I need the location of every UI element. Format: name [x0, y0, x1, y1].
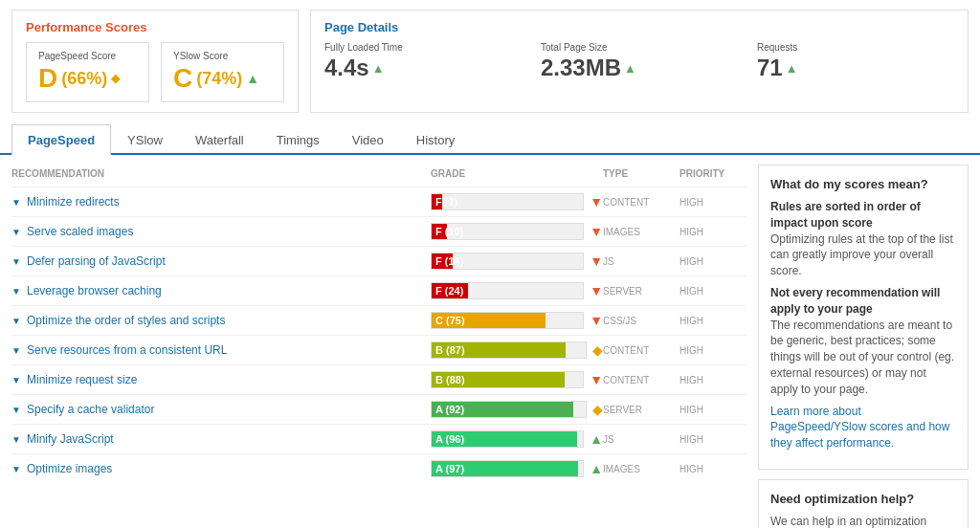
page-size-label: Total Page Size — [541, 42, 738, 53]
grade-bar-outer-0: F (7) — [431, 193, 584, 210]
grade-label-4: C (75) — [435, 315, 465, 326]
grade-label-8: A (96) — [435, 433, 464, 445]
sidebar-scores-p1: Rules are sorted in order of impact upon… — [770, 199, 956, 279]
grade-bar-inner-8: A (96) — [432, 431, 577, 447]
table-row: ▼ Serve resources from a consistent URL … — [11, 335, 746, 364]
rec-type-4: CSS/JS — [603, 316, 679, 326]
table-row: ▼ Defer parsing of JavaScript F (14) ▼ J… — [11, 246, 746, 275]
rec-name-3[interactable]: Leverage browser caching — [27, 284, 431, 297]
rec-toggle-1[interactable]: ▼ — [11, 227, 23, 237]
grade-bar-outer-1: F (10) — [431, 223, 584, 240]
grade-bar-outer-2: F (14) — [431, 253, 584, 270]
pagespeed-pct: (66%) — [61, 69, 107, 89]
grade-bar-wrap-0: F (7) ▼ — [431, 193, 603, 210]
rec-priority-8: HIGH — [679, 434, 746, 445]
grade-label-3: F (24) — [435, 285, 463, 297]
tab-video[interactable]: Video — [336, 124, 400, 155]
rec-priority-0: HIGH — [679, 197, 746, 208]
rec-name-7[interactable]: Specify a cache validator — [27, 403, 431, 416]
grade-bar-wrap-6: B (88) ▼ — [431, 371, 603, 388]
performance-scores-card: Performance Scores PageSpeed Score D (66… — [11, 10, 299, 113]
rec-name-1[interactable]: Serve scaled images — [27, 225, 431, 238]
table-row: ▼ Minify JavaScript A (96) ▲ JS HIGH — [11, 424, 746, 453]
rec-toggle-0[interactable]: ▼ — [11, 197, 23, 208]
grade-label-0: F (7) — [435, 196, 457, 208]
grade-bar-outer-8: A (96) — [431, 430, 584, 448]
loaded-time-trend: ▲ — [372, 61, 385, 76]
rec-toggle-6[interactable]: ▼ — [11, 375, 23, 385]
grade-arrow-4: ▼ — [590, 313, 603, 328]
sidebar-scores-link[interactable]: Learn more about PageSpeed/YSlow scores … — [770, 405, 949, 451]
grade-label-1: F (10) — [435, 226, 463, 237]
pagespeed-score-box: PageSpeed Score D (66%) ◆ — [26, 42, 149, 102]
rec-priority-6: HIGH — [679, 375, 746, 385]
tab-yslow[interactable]: YSlow — [111, 124, 179, 155]
grade-arrow-3: ▼ — [590, 283, 603, 298]
grade-bar-outer-6: B (88) — [431, 371, 584, 388]
tab-timings[interactable]: Timings — [260, 124, 336, 155]
rec-toggle-2[interactable]: ▼ — [11, 256, 23, 267]
rec-name-0[interactable]: Minimize redirects — [27, 195, 431, 209]
grade-arrow-5: ◆ — [592, 342, 603, 358]
rec-name-4[interactable]: Optimize the order of styles and scripts — [27, 314, 431, 327]
rec-type-1: IMAGES — [603, 227, 679, 237]
grade-bar-inner-4: C (75) — [432, 313, 546, 328]
grade-label-2: F (14) — [435, 255, 463, 267]
rec-type-7: SERVER — [603, 405, 679, 415]
loaded-time-value: 4.4s ▲ — [324, 55, 522, 81]
requests-box: Requests 71 ▲ — [757, 42, 954, 81]
rec-toggle-3[interactable]: ▼ — [11, 286, 23, 297]
loaded-time-box: Fully Loaded Time 4.4s ▲ — [324, 42, 522, 81]
rec-toggle-5[interactable]: ▼ — [11, 345, 23, 356]
sidebar-optimization-text: We can help in an optimization solution … — [770, 514, 956, 528]
rec-toggle-7[interactable]: ▼ — [11, 405, 23, 415]
recommendations-panel: RECOMMENDATION GRADE TYPE PRIORITY ▼ Min… — [11, 165, 746, 528]
rec-priority-5: HIGH — [679, 345, 746, 356]
rec-type-6: CONTENT — [603, 375, 679, 385]
rec-priority-1: HIGH — [679, 227, 746, 237]
rec-name-5[interactable]: Serve resources from a consistent URL — [27, 343, 431, 357]
grade-arrow-1: ▼ — [590, 224, 603, 239]
rec-name-8[interactable]: Minify JavaScript — [27, 432, 431, 446]
tabs-bar: PageSpeed YSlow Waterfall Timings Video … — [0, 122, 980, 155]
requests-value: 71 ▲ — [757, 55, 954, 81]
grade-bar-wrap-4: C (75) ▼ — [431, 312, 603, 329]
rec-priority-4: HIGH — [679, 316, 746, 326]
rec-name-6[interactable]: Minimize request size — [27, 373, 431, 386]
grade-bar-inner-0: F (7) — [432, 194, 442, 209]
table-row: ▼ Minimize redirects F (7) ▼ CONTENT HIG… — [11, 187, 746, 216]
loaded-time-label: Fully Loaded Time — [324, 42, 522, 53]
grade-bar-inner-3: F (24) — [432, 283, 468, 298]
grade-arrow-7: ◆ — [592, 402, 603, 417]
sidebar-optimization-title: Need optimization help? — [770, 492, 956, 506]
pagespeed-trend: ◆ — [111, 72, 120, 85]
rec-name-9[interactable]: Optimize images — [27, 462, 431, 475]
table-row: ▼ Specify a cache validator A (92) ◆ SER… — [11, 394, 746, 424]
rec-name-2[interactable]: Defer parsing of JavaScript — [27, 254, 431, 268]
table-row: ▼ Optimize images A (97) ▲ IMAGES HIGH — [11, 453, 746, 483]
sidebar-scores-card: What do my scores mean? Rules are sorted… — [758, 165, 969, 470]
table-row: ▼ Minimize request size B (88) ▼ CONTENT… — [11, 364, 746, 394]
grade-arrow-8: ▲ — [590, 431, 603, 447]
tab-waterfall[interactable]: Waterfall — [179, 124, 260, 155]
rec-type-8: JS — [603, 434, 679, 445]
grade-bar-outer-9: A (97) — [431, 460, 584, 477]
yslow-pct: (74%) — [196, 69, 242, 89]
rec-toggle-4[interactable]: ▼ — [11, 316, 23, 326]
rec-toggle-9[interactable]: ▼ — [11, 464, 23, 474]
grade-bar-outer-4: C (75) — [431, 312, 584, 329]
tab-pagespeed[interactable]: PageSpeed — [11, 124, 111, 155]
grade-bar-inner-2: F (14) — [432, 253, 453, 269]
page-size-trend: ▲ — [624, 61, 636, 76]
grade-bar-inner-5: B (87) — [432, 342, 566, 358]
page-size-value: 2.33MB ▲ — [541, 55, 738, 81]
rec-toggle-8[interactable]: ▼ — [11, 434, 23, 445]
grade-label-9: A (97) — [435, 463, 464, 474]
page-details-title: Page Details — [324, 20, 954, 34]
grade-arrow-0: ▼ — [590, 194, 603, 209]
rec-type-5: CONTENT — [603, 345, 679, 356]
page-details-card: Page Details Fully Loaded Time 4.4s ▲ To… — [310, 10, 969, 113]
tab-history[interactable]: History — [400, 124, 471, 155]
rec-type-3: SERVER — [603, 286, 679, 297]
sidebar-scores-p2: Not every recommendation will apply to y… — [770, 285, 956, 398]
